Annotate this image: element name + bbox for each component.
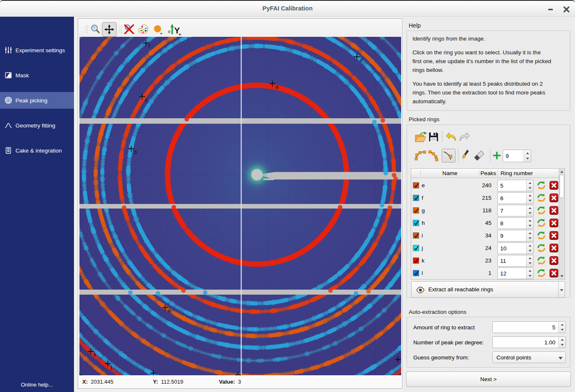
svg-text:b: b [134, 149, 137, 155]
svg-text:o: o [168, 29, 170, 34]
svg-text:d: d [360, 57, 363, 63]
svg-text:a: a [275, 84, 278, 90]
svg-text:e: e [168, 308, 171, 314]
svg-text:f: f [149, 43, 150, 49]
svg-text:h: h [156, 374, 159, 375]
svg-text:c: c [145, 97, 148, 103]
svg-text:j: j [110, 364, 112, 370]
svg-text:k: k [94, 352, 97, 358]
svg-text:Y: Y [174, 26, 180, 35]
